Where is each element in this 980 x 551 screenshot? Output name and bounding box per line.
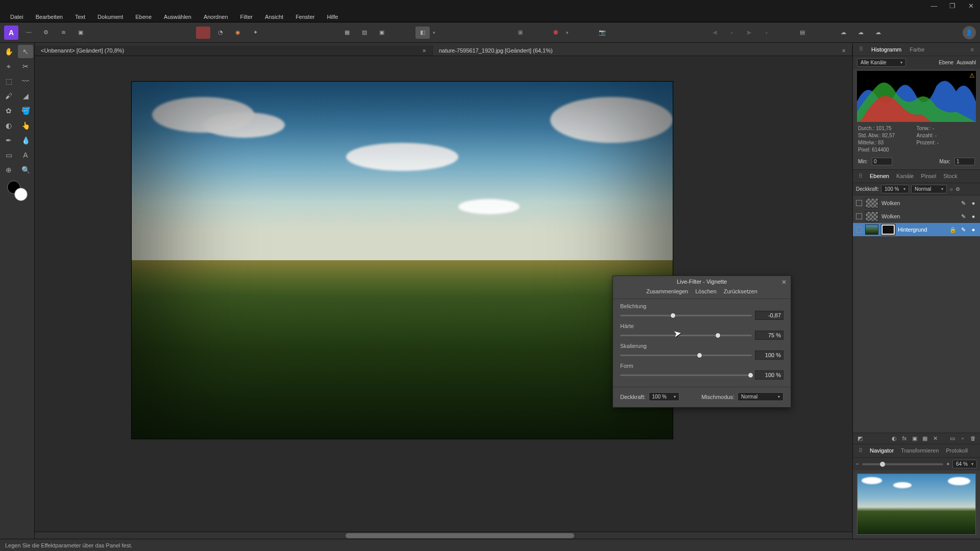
selection-all-icon[interactable]: ▣ xyxy=(375,27,389,39)
slider-value[interactable]: -0,87 xyxy=(755,311,783,320)
slider-value[interactable]: 100 % xyxy=(755,350,783,360)
slider-belichtung[interactable] xyxy=(620,315,752,316)
hist-scope-selection[interactable]: Auswahl xyxy=(957,60,976,65)
zoom-tool-icon[interactable]: 🔍 xyxy=(18,163,33,177)
layer-mask2-icon[interactable]: ▦ xyxy=(921,435,929,442)
menu-filter[interactable]: Filter xyxy=(235,13,258,21)
layer-gear-icon[interactable]: ⚙ xyxy=(955,186,960,192)
menu-bearbeiten[interactable]: Bearbeiten xyxy=(31,13,68,21)
menu-ebene[interactable]: Ebene xyxy=(130,13,157,21)
panel-menu-icon[interactable]: ≡ xyxy=(968,45,977,54)
toolbar-swatch-icon[interactable] xyxy=(196,27,210,39)
edit-icon[interactable]: ✎ xyxy=(960,227,967,233)
layer-blend-dropdown[interactable]: Normal xyxy=(911,185,947,193)
layer-mask-thumbnail[interactable] xyxy=(881,224,895,235)
layer-crop-icon[interactable]: ▣ xyxy=(911,435,919,442)
cloud-down-icon[interactable]: ☁ xyxy=(871,27,885,39)
menu-hilfe[interactable]: Hilfe xyxy=(322,13,343,21)
align-right-icon[interactable]: ▶ xyxy=(742,27,756,39)
tab-close-icon[interactable]: ✕ xyxy=(422,48,426,54)
hist-min-input[interactable] xyxy=(872,158,892,165)
persona-liquify-icon[interactable]: 〰 xyxy=(21,27,36,39)
layer-group-icon[interactable]: ▭ xyxy=(948,435,957,442)
menu-auswählen[interactable]: Auswählen xyxy=(159,13,197,21)
persona-tone-icon[interactable]: ≋ xyxy=(56,27,70,39)
visible-icon[interactable]: ● xyxy=(970,213,977,219)
align-left-icon[interactable]: ◀ xyxy=(707,27,722,39)
hist-scope-layer[interactable]: Ebene xyxy=(939,60,953,65)
edit-icon[interactable]: ✎ xyxy=(960,213,967,220)
navigator-thumbnail[interactable] xyxy=(857,473,976,535)
brush-tool-icon[interactable]: 🖌 xyxy=(1,89,16,103)
arrange-icon[interactable]: ▤ xyxy=(795,27,810,39)
document-tab[interactable]: <Unbenannt> [Geändert] (70,8%)✕ xyxy=(35,45,433,56)
tab-brushes[interactable]: Pinsel xyxy=(918,172,939,181)
toolbar-wand-icon[interactable]: ✦ xyxy=(248,27,262,39)
maximize-icon[interactable]: ❐ xyxy=(943,2,962,10)
tab-navigator[interactable]: Navigator xyxy=(867,446,896,455)
zoom-in-icon[interactable]: + xyxy=(946,461,949,467)
slider-form[interactable] xyxy=(620,374,752,376)
slider-value[interactable]: 75 % xyxy=(755,331,783,340)
color-picker-tool-icon[interactable]: ⌖ xyxy=(1,60,16,73)
slider-härte[interactable] xyxy=(620,335,752,336)
layer-row[interactable]: Wolken✎● xyxy=(853,196,980,210)
persona-export-icon[interactable]: ▣ xyxy=(74,27,88,39)
slider-value[interactable]: 100 % xyxy=(755,370,783,380)
layer-fx-icon[interactable]: ☼ xyxy=(949,186,953,192)
quickmask-icon[interactable]: ◧ xyxy=(415,27,430,39)
selection-dotted-icon[interactable]: ▦ xyxy=(340,27,354,39)
channel-dropdown[interactable]: Alle Kanäle xyxy=(857,58,906,67)
smudge-tool-icon[interactable]: 👆 xyxy=(18,119,33,132)
crop-tool-icon[interactable]: ✂ xyxy=(18,60,33,73)
layer-fx2-icon[interactable]: fx xyxy=(900,435,909,442)
menu-fenster[interactable]: Fenster xyxy=(290,13,320,21)
tab-close-icon[interactable]: ✕ xyxy=(842,48,846,54)
hist-max-input[interactable] xyxy=(954,158,975,165)
cloud-sync-icon[interactable]: ☁ xyxy=(836,27,850,39)
dialog-opacity-dropdown[interactable]: 100 % xyxy=(649,392,679,401)
layer-mask-icon[interactable]: ◩ xyxy=(856,435,864,442)
healing-tool-icon[interactable]: 💧 xyxy=(18,134,33,147)
dialog-action-löschen[interactable]: Löschen xyxy=(695,288,717,294)
dodge-tool-icon[interactable]: ◐ xyxy=(1,119,16,132)
tab-layers[interactable]: Ebenen xyxy=(867,172,892,181)
layer-x-icon[interactable]: ✕ xyxy=(931,435,939,442)
persona-develop-icon[interactable]: ⚙ xyxy=(39,27,53,39)
layer-delete-icon[interactable]: 🗑 xyxy=(969,435,977,442)
pen-tool-icon[interactable]: ✒ xyxy=(1,134,16,147)
edit-icon[interactable]: ✎ xyxy=(960,200,967,207)
dialog-action-zusammenlegen[interactable]: Zusammenlegen xyxy=(646,288,688,294)
layer-visibility-checkbox[interactable] xyxy=(856,213,862,219)
visible-icon[interactable]: ● xyxy=(970,227,977,233)
layer-adj-icon[interactable]: ◐ xyxy=(890,435,898,442)
crop-overlay-icon[interactable]: ⊞ xyxy=(513,27,527,39)
menu-text[interactable]: Text xyxy=(70,13,90,21)
shape-tool-icon[interactable]: ▭ xyxy=(1,148,16,162)
dialog-blend-dropdown[interactable]: Normal xyxy=(738,392,783,401)
toolbar-circle-icon[interactable]: ◔ xyxy=(213,27,228,39)
align-dist-icon[interactable]: ▪ xyxy=(760,27,774,39)
layer-add-icon[interactable]: ▫ xyxy=(959,435,967,442)
slider-skalierung[interactable] xyxy=(620,355,752,356)
menu-dokument[interactable]: Dokument xyxy=(92,13,128,21)
zoom-dropdown[interactable]: 64 % xyxy=(952,460,977,468)
text-tool-icon[interactable]: A xyxy=(18,148,33,162)
layer-row[interactable]: Wolken✎● xyxy=(853,210,980,223)
user-avatar[interactable]: 👤 xyxy=(963,26,976,39)
mesh-tool-icon[interactable]: ⊕ xyxy=(1,163,16,177)
clone-tool-icon[interactable]: ✿ xyxy=(1,104,16,117)
layer-row[interactable]: Hintergrund🔒✎● xyxy=(853,223,980,236)
hand-tool-icon[interactable]: ✋ xyxy=(1,45,16,58)
document-tab[interactable]: nature-7595617_1920.jpg [Geändert] (64,1… xyxy=(433,45,852,56)
fill-tool-icon[interactable]: 🪣 xyxy=(18,104,33,117)
snap-icon[interactable]: ⬢ xyxy=(549,27,563,39)
toolbar-color-icon[interactable]: ◉ xyxy=(231,27,245,39)
flood-select-tool-icon[interactable]: 〰 xyxy=(18,74,33,88)
zoom-out-icon[interactable]: − xyxy=(856,461,859,467)
tab-history[interactable]: Protokoll xyxy=(943,446,970,455)
layer-visibility-checkbox[interactable] xyxy=(856,227,862,233)
align-center-icon[interactable]: ▪ xyxy=(725,27,739,39)
menu-datei[interactable]: Datei xyxy=(5,13,29,21)
dialog-close-icon[interactable]: ✕ xyxy=(781,279,787,286)
